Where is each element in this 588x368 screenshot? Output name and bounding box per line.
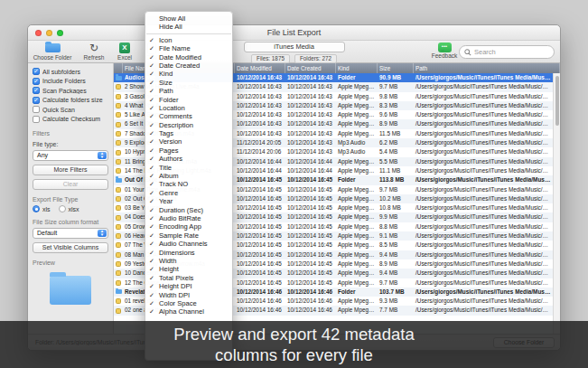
select-arrows-icon: ▲▼ [98,230,107,237]
menu-item-width-dpi[interactable]: ✓Width DPI [145,291,232,299]
menu-item-location[interactable]: ✓Location [145,104,232,112]
row-icon-cell [114,269,123,278]
column-header-size[interactable]: Size [378,63,414,73]
checkbox-box[interactable]: ✓ [33,68,40,75]
checkmark-icon: ✓ [149,87,154,95]
menu-item-folder[interactable]: ✓Folder [145,96,232,104]
checkbox-include-folders[interactable]: ✓Include Folders [33,77,108,87]
column-header-date-created[interactable]: Date Created [285,63,336,73]
menu-item-description[interactable]: ✓Description [145,121,232,129]
cell-kind: Folder [336,175,378,184]
menu-item-color-space[interactable]: ✓Color Space [145,299,232,307]
checkbox-label: Include Folders [42,78,86,84]
menu-item-date-created[interactable]: ✓Date Created [145,61,232,70]
search-field[interactable] [459,45,555,59]
column-header-date-modified[interactable]: Date Modified [235,63,285,73]
checkbox-box[interactable]: ✓ [33,87,40,94]
menu-item-height[interactable]: ✓Height [145,265,232,273]
cell-size: 9.8 MB [378,92,414,101]
audio-file-icon [116,94,121,99]
menu-item-width[interactable]: ✓Width [145,257,232,265]
menu-item-label: Encoding App [159,222,201,231]
menu-item-total-pixels[interactable]: ✓Total Pixels [145,274,232,282]
refresh-button[interactable]: ↻ Refresh [79,42,109,61]
menu-item-show-all[interactable]: Show All [145,14,232,23]
radio-xls[interactable]: xls [33,205,51,212]
row-icon-cell [114,222,123,231]
menu-item-alpha-channel[interactable]: ✓Alpha Channel [145,307,232,316]
size-format-label: File Size column format [33,219,108,225]
cell-size: 8.3 MB [378,101,414,110]
checkbox-calculate-folders-size[interactable]: ✓Calculate folders size [33,96,108,106]
checkbox-label: Scan Packages [42,88,87,94]
clear-button[interactable]: Clear [33,179,108,190]
menu-item-audio-bitrate[interactable]: ✓Audio BitRate [145,214,232,222]
menu-item-album[interactable]: ✓Album [145,172,232,180]
vertical-scrollbar[interactable] [553,73,560,334]
checkbox-quick-scan[interactable]: Quick Scan [33,105,108,115]
menu-item-track-no[interactable]: ✓Track NO [145,180,232,188]
radio-button[interactable] [33,205,40,212]
menu-item-comments[interactable]: ✓Comments [145,112,232,120]
checkbox-label: Quick Scan [42,107,75,113]
radio-xlsx[interactable]: xlsx [59,205,79,212]
choose-folder-button[interactable]: Choose Folder [30,42,75,61]
cell-dc: 10/12/2014 16:45 [285,278,336,288]
menu-item-pages[interactable]: ✓Pages [145,146,232,155]
row-icon-cell [114,147,123,156]
cell-path: /Users/giorgos/Music/iTunes/iTunes Media… [414,269,553,278]
menu-item-size[interactable]: ✓Size [145,79,232,87]
export-file-type-label: Export File Type [33,196,108,203]
menu-item-path[interactable]: ✓Path [145,87,232,95]
set-visible-columns-button[interactable]: Set Visible Columns [33,242,108,253]
column-header-path[interactable]: Path [414,63,560,73]
checkbox-box[interactable]: ✓ [33,97,40,104]
menu-item-genre[interactable]: ✓Genre [145,189,232,197]
column-header-kind[interactable]: Kind [336,63,378,73]
audio-file-icon [116,224,121,230]
menu-item-height-dpi[interactable]: ✓Height DPI [145,282,232,290]
cell-dm: 10/12/2014 16:46 [235,297,285,306]
menu-separator [146,33,231,34]
checkbox-box[interactable] [33,106,40,113]
menu-item-encoding-app[interactable]: ✓Encoding App [145,222,232,231]
checkbox-all-subfolders[interactable]: ✓All subfolders [33,67,108,77]
menu-item-duration-sec[interactable]: ✓Duration (Sec) [145,206,232,214]
menu-item-dimensions[interactable]: ✓Dimensions [145,249,232,257]
radio-button[interactable] [59,205,66,212]
menu-item-sample-rate[interactable]: ✓Sample Rate [145,231,232,240]
column-header-icon[interactable] [114,63,123,73]
menu-item-authors[interactable]: ✓Authors [145,155,232,163]
menu-item-icon[interactable]: ✓Icon [145,36,232,44]
menu-item-date-modified[interactable]: ✓Date Modified [145,53,232,61]
checkbox-list: ✓All subfolders✓Include Folders✓Scan Pac… [33,67,108,124]
search-input[interactable] [474,48,549,56]
scrollbar-thumb[interactable] [555,76,559,126]
menu-item-kind[interactable]: ✓Kind [145,70,232,78]
cell-path: /Users/giorgos/Music/iTunes/iTunes Media… [414,250,553,259]
cell-size: 5.4 MB [378,147,414,156]
menu-item-file-name[interactable]: ✓File Name [145,44,232,52]
checkbox-box[interactable]: ✓ [33,78,40,85]
checkbox-calculate-checksum[interactable]: Calculate Checksum [33,115,108,125]
cell-dm: 10/12/2014 16:45 [235,175,285,184]
menu-item-title[interactable]: ✓Title [145,164,232,172]
more-filters-button[interactable]: More Filters [33,165,108,175]
file-type-select[interactable]: Any ▲▼ [33,150,108,161]
cell-kind: Apple Mpeg-4 Audio [336,212,378,222]
menu-item-tags[interactable]: ✓Tags [145,129,232,137]
excel-export-button[interactable]: X Excel [112,42,137,61]
cell-size: 90.9 MB [378,73,414,82]
menu-item-version[interactable]: ✓Version [145,137,232,146]
checkmark-icon: ✓ [149,265,154,273]
menu-item-audio-channels[interactable]: ✓Audio Channels [145,240,232,248]
cell-size: 9.7 MB [378,82,414,91]
cell-dc: 10/12/2014 16:46 [285,297,336,306]
folder-icon [45,43,61,52]
menu-item-year[interactable]: ✓Year [145,197,232,205]
checkbox-scan-packages[interactable]: ✓Scan Packages [33,86,108,96]
cell-dc: 10/12/2014 16:45 [285,259,336,269]
checkbox-box[interactable] [33,116,40,123]
menu-item-hide-all[interactable]: Hide All [145,23,232,31]
size-format-select[interactable]: Default ▲▼ [33,228,108,239]
